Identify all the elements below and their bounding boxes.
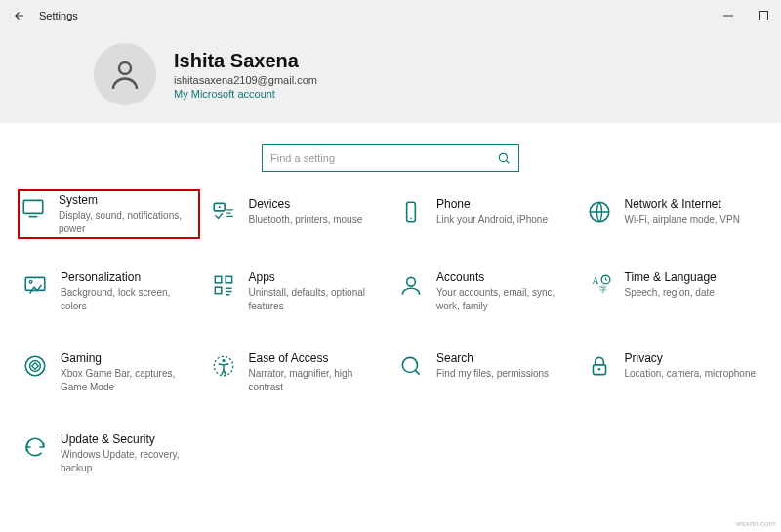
update-icon [21,434,49,462]
category-tile-network[interactable]: Network & InternetWi-Fi, airplane mode, … [584,193,762,235]
user-name: Ishita Saxena [174,50,317,72]
search-container [0,123,781,193]
back-button[interactable] [0,9,39,22]
ease-icon [210,353,237,381]
watermark: wsxdn.com [736,519,775,528]
category-tile-time[interactable]: Time & LanguageSpeech, region, date [584,266,762,316]
category-desc: Your accounts, email, sync, work, family [436,286,572,312]
personalization-icon [21,272,49,300]
category-title: System [59,193,195,207]
category-tile-system[interactable]: SystemDisplay, sound, notifications, pow… [18,189,200,239]
category-text: Ease of AccessNarrator, magnifier, high … [249,351,385,393]
category-desc: Wi-Fi, airplane mode, VPN [625,213,740,226]
category-text: AccountsYour accounts, email, sync, work… [436,270,572,312]
user-icon [107,57,143,92]
category-tile-devices[interactable]: DevicesBluetooth, printers, mouse [208,193,387,235]
minimize-icon [723,11,733,20]
category-title: Search [436,351,549,365]
microsoft-account-link[interactable]: My Microsoft account [174,88,317,100]
system-icon [20,195,47,223]
category-text: AppsUninstall, defaults, optional featur… [249,270,385,312]
category-title: Gaming [61,351,196,365]
time-icon [586,272,613,300]
back-arrow-icon [13,9,26,22]
categories-grid: SystemDisplay, sound, notifications, pow… [0,193,781,498]
category-text: Time & LanguageSpeech, region, date [625,270,717,312]
user-info: Ishita Saxena ishitasaxena2109@gmail.com… [174,50,317,100]
category-tile-personalization[interactable]: PersonalizationBackground, lock screen, … [20,266,198,316]
category-text: GamingXbox Game Bar, captures, Game Mode [61,351,196,393]
gaming-icon [21,353,49,381]
category-title: Privacy [625,351,757,365]
avatar [94,43,156,105]
phone-icon [397,199,425,226]
devices-icon [210,199,237,226]
category-desc: Display, sound, notifications, power [59,209,195,235]
category-desc: Xbox Game Bar, captures, Game Mode [61,367,196,393]
category-title: Update & Security [61,432,196,446]
category-title: Ease of Access [249,351,385,365]
category-text: PrivacyLocation, camera, microphone [625,351,757,393]
privacy-icon [586,353,613,381]
window-title: Settings [39,10,78,21]
search-icon [497,151,511,165]
window-controls [711,0,781,31]
category-title: Accounts [436,270,572,284]
category-desc: Windows Update, recovery, backup [61,448,196,474]
category-tile-update[interactable]: Update & SecurityWindows Update, recover… [20,429,198,478]
category-title: Phone [436,197,548,211]
category-title: Personalization [61,270,196,284]
search-input[interactable] [270,152,497,164]
category-text: Update & SecurityWindows Update, recover… [61,432,196,474]
category-text: SystemDisplay, sound, notifications, pow… [59,193,195,235]
category-desc: Location, camera, microphone [625,367,757,381]
svg-point-1 [119,62,131,74]
svg-point-2 [499,153,507,161]
account-header: Ishita Saxena ishitasaxena2109@gmail.com… [0,31,781,123]
category-text: PhoneLink your Android, iPhone [436,197,548,231]
category-title: Devices [249,197,363,211]
svg-rect-0 [760,12,768,20]
search-icon [397,353,425,381]
category-text: Network & InternetWi-Fi, airplane mode, … [625,197,740,231]
category-tile-phone[interactable]: PhoneLink your Android, iPhone [395,193,574,235]
maximize-button[interactable] [746,0,781,31]
search-box[interactable] [262,144,519,172]
minimize-button[interactable] [711,0,746,31]
category-title: Network & Internet [625,197,740,211]
category-desc: Find my files, permissions [436,367,549,381]
category-text: SearchFind my files, permissions [436,351,549,393]
category-tile-privacy[interactable]: PrivacyLocation, camera, microphone [584,348,762,397]
category-tile-gaming[interactable]: GamingXbox Game Bar, captures, Game Mode [20,348,198,397]
titlebar: Settings [0,0,781,31]
category-desc: Background, lock screen, colors [61,286,196,312]
network-icon [586,199,613,226]
category-desc: Bluetooth, printers, mouse [249,213,363,226]
category-desc: Uninstall, defaults, optional features [249,286,385,312]
accounts-icon [397,272,425,300]
category-title: Apps [249,270,385,284]
category-tile-ease[interactable]: Ease of AccessNarrator, magnifier, high … [208,348,387,397]
category-title: Time & Language [625,270,717,284]
category-desc: Link your Android, iPhone [436,213,548,226]
category-text: PersonalizationBackground, lock screen, … [61,270,196,312]
user-email: ishitasaxena2109@gmail.com [174,74,317,86]
category-tile-search[interactable]: SearchFind my files, permissions [395,348,574,397]
category-text: DevicesBluetooth, printers, mouse [249,197,363,231]
category-tile-apps[interactable]: AppsUninstall, defaults, optional featur… [208,266,387,316]
apps-icon [210,272,237,300]
category-tile-accounts[interactable]: AccountsYour accounts, email, sync, work… [395,266,574,316]
maximize-icon [759,11,768,20]
category-desc: Speech, region, date [625,286,717,300]
category-desc: Narrator, magnifier, high contrast [249,367,385,393]
